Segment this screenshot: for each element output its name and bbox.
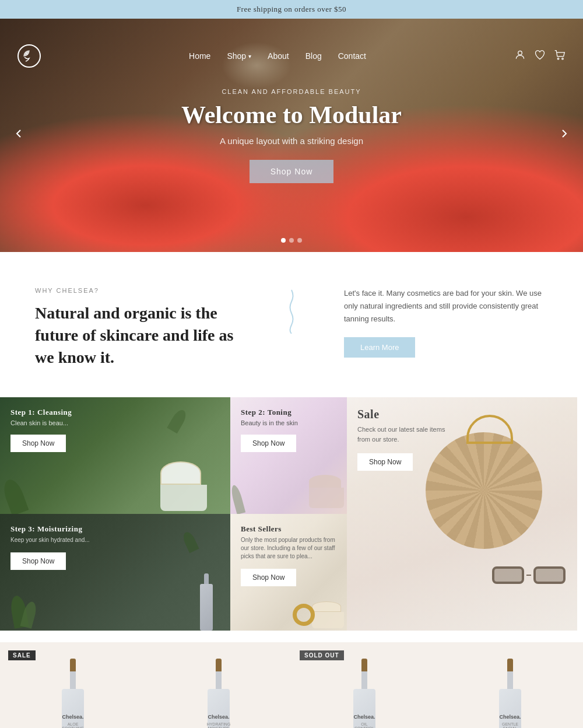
bottle-label-4: Chelsea. GENTLE FACIAL ESSENCE	[499, 689, 521, 728]
why-left-col: WHY CHELSEA? Natural and organic is the …	[35, 287, 239, 368]
top-banner: Free shipping on orders over $50	[0, 0, 583, 19]
hero-prev-button[interactable]	[12, 127, 26, 144]
cart-icon[interactable]	[554, 49, 566, 64]
svg-point-1	[518, 51, 522, 55]
hero-subtitle: A unique layout with a striking design	[181, 136, 402, 146]
bestsellers-sublabel: Only the most popular products from our …	[241, 536, 336, 561]
bottle-2: Chelsea. HYDRATING MOISTURE MIS...	[208, 659, 230, 728]
step1-content: Step 1: Cleansing Clean skin is beau... …	[0, 397, 230, 463]
account-icon[interactable]	[514, 49, 526, 64]
product-badge-1: SALE	[8, 650, 36, 660]
why-eyebrow: WHY CHELSEA?	[35, 287, 239, 294]
learn-more-button[interactable]: Learn More	[344, 337, 415, 358]
hero-section: Home Shop About Blog Contact	[0, 19, 583, 252]
nav-about[interactable]: About	[268, 51, 289, 61]
hero-next-button[interactable]	[557, 127, 571, 144]
why-title: Natural and organic is the future of ski…	[35, 302, 239, 368]
hero-dot-1[interactable]	[281, 238, 286, 243]
nav-home[interactable]: Home	[189, 51, 210, 61]
nav-icons	[514, 49, 566, 64]
step3-content: Step 3: Moisturizing Keep your skin hydr…	[0, 514, 230, 580]
bestsellers-content: Best Sellers Only the most popular produ…	[230, 514, 347, 597]
hero-content: CLEAN AND AFFORDABLE BEAUTY Welcome to M…	[181, 88, 402, 183]
hero-dots	[281, 238, 302, 243]
site-header: Home Shop About Blog Contact	[0, 36, 583, 76]
product-image-4: Chelsea. GENTLE FACIAL ESSENCE	[437, 642, 583, 728]
product-card-1: SALE Chelsea. ALOE SOOTHING TONER	[0, 642, 146, 728]
grid-item-step3[interactable]: Step 3: Moisturizing Keep your skin hydr…	[0, 514, 230, 631]
products-grid: SALE Chelsea. ALOE SOOTHING TONER	[0, 631, 583, 728]
feature-grid: Step 1: Cleansing Clean skin is beau... …	[0, 397, 583, 631]
step2-shop-button[interactable]: Shop Now	[241, 435, 296, 452]
hero-title: Welcome to Modular	[181, 101, 402, 129]
sale-right-shop-button[interactable]: Shop Now	[357, 453, 413, 471]
bestsellers-shop-button[interactable]: Shop Now	[241, 569, 296, 586]
grid-item-step1[interactable]: Step 1: Cleansing Clean skin is beau... …	[0, 397, 230, 514]
grid-item-step2[interactable]: Step 2: Toning Beauty is in the skin Sho…	[230, 397, 347, 514]
step2-sublabel: Beauty is in the skin	[241, 419, 336, 426]
bottle-label-3: Chelsea. OIL CONTROL TONER	[353, 689, 375, 728]
step1-label: Step 1: Cleansing	[10, 408, 220, 417]
bottle-3: Chelsea. OIL CONTROL TONER	[353, 659, 375, 728]
product-badge-3: SOLD OUT	[300, 650, 344, 660]
bestsellers-label: Best Sellers	[241, 524, 336, 534]
step3-shop-button[interactable]: Shop Now	[10, 552, 66, 570]
banner-text: Free shipping on orders over $50	[237, 5, 346, 13]
nav-shop[interactable]: Shop	[227, 51, 251, 61]
step1-shop-button[interactable]: Shop Now	[10, 435, 66, 452]
bottle-1: Chelsea. ALOE SOOTHING TONER	[62, 659, 84, 728]
why-body-text: Let's face it. Many cosmetics are bad fo…	[344, 287, 548, 326]
grid-item-sale-right[interactable]: Sale Check out our latest sale items fro…	[347, 397, 577, 631]
step3-sublabel: Keep your skin hydrated and...	[10, 536, 220, 544]
main-nav: Home Shop About Blog Contact	[189, 51, 366, 61]
product-image-2: Chelsea. HYDRATING MOISTURE MIS...	[146, 642, 292, 728]
grid-item-bestsellers[interactable]: Best Sellers Only the most popular produ…	[230, 514, 347, 631]
product-card-4: Chelsea. GENTLE FACIAL ESSENCE	[437, 642, 583, 728]
hero-dot-3[interactable]	[297, 238, 302, 243]
sale-right-sublabel: Check out our latest sale items from our…	[357, 425, 451, 444]
why-divider	[274, 287, 309, 334]
svg-point-2	[557, 58, 559, 60]
step2-label: Step 2: Toning	[241, 408, 336, 417]
hero-shop-now-button[interactable]: Shop Now	[250, 160, 334, 183]
why-right-col: Let's face it. Many cosmetics are bad fo…	[344, 287, 548, 358]
sale-right-content: Sale Check out our latest sale items fro…	[347, 397, 577, 481]
why-section: WHY CHELSEA? Natural and organic is the …	[0, 252, 583, 397]
bottle-label-2: Chelsea. HYDRATING MOISTURE MIS...	[208, 689, 230, 728]
hero-dot-2[interactable]	[289, 238, 294, 243]
bottle-label-1: Chelsea. ALOE SOOTHING TONER	[62, 689, 84, 728]
step1-sublabel: Clean skin is beau...	[10, 419, 220, 426]
product-card-2: Chelsea. HYDRATING MOISTURE MIS...	[146, 642, 292, 728]
step2-content: Step 2: Toning Beauty is in the skin Sho…	[230, 397, 347, 463]
sale-right-label: Sale	[357, 408, 567, 421]
bottle-4: Chelsea. GENTLE FACIAL ESSENCE	[499, 659, 521, 728]
wishlist-icon[interactable]	[534, 49, 546, 64]
product-card-3: SOLD OUT Chelsea. OIL CONTROL TONER	[292, 642, 437, 728]
logo-icon	[17, 44, 41, 68]
svg-point-3	[562, 58, 564, 60]
step3-label: Step 3: Moisturizing	[10, 524, 220, 534]
logo[interactable]	[17, 44, 41, 68]
nav-blog[interactable]: Blog	[305, 51, 322, 61]
nav-contact[interactable]: Contact	[338, 51, 366, 61]
hero-eyebrow: CLEAN AND AFFORDABLE BEAUTY	[181, 88, 402, 95]
